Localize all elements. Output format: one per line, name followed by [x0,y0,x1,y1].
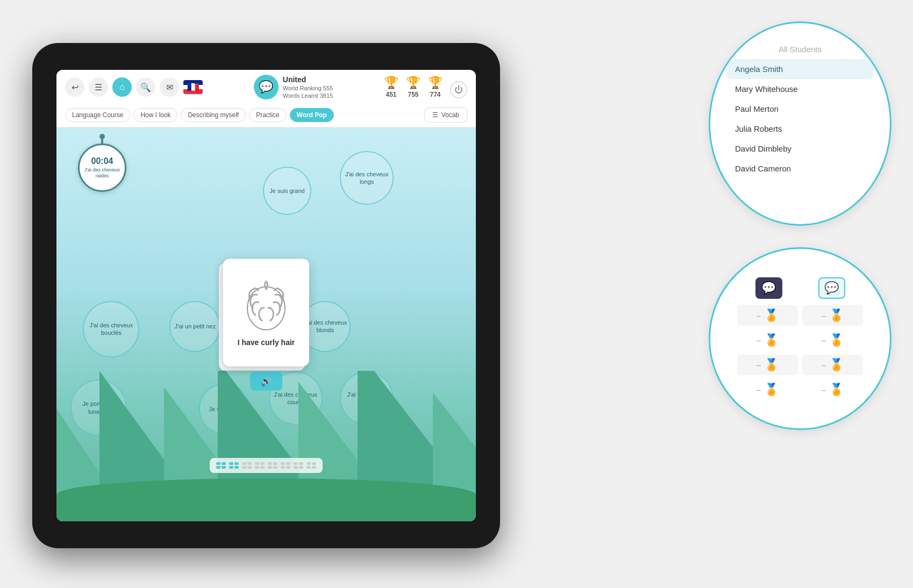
award-row-5: – 🏅 [737,355,798,375]
award-row-6: – 🏅 [802,355,863,375]
dash-7: – [757,385,761,394]
tablet: ↩ ☰ ⌂ 🔍 ✉ 🇫🇷 💬 United World Ranking 555 … [32,43,500,548]
user-section: 💬 United World Ranking 555 Words Learnt … [254,75,333,100]
progress-dot-1 [216,462,226,469]
badge-orange: 🏆 774 [428,76,443,98]
progress-dot-5 [268,462,277,469]
dash-6: – [822,361,826,369]
award-row-1: – 🏅 [737,305,798,326]
mail-button[interactable]: ✉ [160,77,179,97]
timer-phrase: J'ai des cheveux raides [80,167,125,180]
chat-teal-icon: 💬 [818,277,845,299]
badge-gold-count: 451 [386,91,396,98]
avatar: 💬 [254,75,279,99]
chat-icons: 💬 💬 [726,277,874,299]
timer: 00:04 J'ai des cheveux raides [78,144,126,192]
nav-tabs: Language Course How I look Describing my… [56,104,476,127]
dash-1: – [757,311,761,320]
dash-8: – [822,385,826,394]
award-gold-2: 🏅 [764,358,779,372]
tab-language-course[interactable]: Language Course [65,108,130,122]
tab-how-i-look[interactable]: How I look [133,108,177,122]
tab-describing-myself[interactable]: Describing myself [181,108,246,122]
back-button[interactable]: ↩ [65,77,84,97]
menu-button[interactable]: ☰ [89,77,108,97]
mountain-7 [433,392,476,489]
dash-2: – [822,311,826,320]
awards-panel: 💬 💬 – 🏅 – 🏅 – 🏅 – 🏅 – 🏅 [709,247,891,430]
dash-5: – [757,361,761,369]
toolbar-icons: ↩ ☰ ⌂ 🔍 ✉ 🇫🇷 [65,77,203,97]
award-gold-3: 🏅 [764,383,779,397]
bubble-4[interactable]: J'ai un petit nez [169,301,220,352]
badge-gold: 🏆 451 [384,76,398,98]
award-silver-1: 🏅 [764,333,779,347]
award-orange-1: 🏅 [829,309,844,322]
flashcard[interactable]: I have curly hair [223,259,309,366]
timer-time: 00:04 [91,156,113,167]
award-gold-4: 🏅 [829,383,844,397]
award-row-2: – 🏅 [802,305,863,326]
awards-grid: – 🏅 – 🏅 – 🏅 – 🏅 – 🏅 – 🏅 [726,305,874,400]
right-panels: All Students Angela Smith Mary Whitehous… [709,21,891,430]
badge-orange-count: 774 [430,91,440,98]
power-button[interactable]: ⏻ [450,81,467,98]
dash-3: – [757,336,761,345]
vocab-label: Vocab [441,111,459,119]
student-item-david-d[interactable]: David Dimbleby [726,139,874,159]
student-item-paul[interactable]: Paul Merton [726,99,874,119]
student-panel: All Students Angela Smith Mary Whitehous… [709,21,891,226]
award-orange-2: 🏅 [829,358,844,372]
progress-dot-3 [242,462,252,469]
award-row-7: – 🏅 [737,379,798,400]
words-learnt: Words Learnt 3815 [283,92,333,99]
progress-dot-7 [294,462,303,469]
home-button[interactable]: ⌂ [112,77,132,97]
progress-dot-8 [306,462,316,469]
silver-trophy-icon: 🏆 [406,76,420,90]
user-info: United World Ranking 555 Words Learnt 38… [283,75,333,100]
audio-button[interactable]: 🔊 [250,371,282,390]
student-item-david-c[interactable]: David Cameron [726,159,874,178]
tab-practice[interactable]: Practice [249,108,286,122]
student-item-angela[interactable]: Angela Smith [726,59,874,79]
panel-title: All Students [726,45,874,54]
tab-word-pop[interactable]: Word Pop [290,108,334,122]
ground [56,478,476,521]
bubble-2[interactable]: J'ai des cheveux longs [340,151,394,205]
bubble-1[interactable]: Je suis grand [263,167,311,215]
orange-trophy-icon: 🏆 [428,76,443,90]
award-gold-1: 🏅 [764,309,779,322]
award-silver-2: 🏅 [829,333,844,347]
search-button[interactable]: 🔍 [136,77,155,97]
award-row-4: – 🏅 [802,330,863,350]
award-row-3: – 🏅 [737,330,798,350]
badge-silver-count: 755 [408,91,418,98]
hair-image [239,278,293,338]
badge-silver: 🏆 755 [406,76,420,98]
student-item-julia[interactable]: Julia Roberts [726,119,874,139]
progress-dot-4 [255,462,265,469]
award-row-8: – 🏅 [802,379,863,400]
bubble-3[interactable]: J'ai des cheveux bouclés [83,301,139,357]
top-bar: ↩ ☰ ⌂ 🔍 ✉ 🇫🇷 💬 United World Ranking 555 … [56,70,476,104]
student-item-mary[interactable]: Mary Whitehouse [726,79,874,99]
timer-stem [101,137,103,145]
student-list: Angela Smith Mary Whitehouse Paul Merton… [726,59,874,178]
progress-dots [210,458,323,473]
dash-4: – [822,336,826,345]
user-name: United [283,75,333,84]
vocab-button[interactable]: ☰ Vocab [424,107,467,123]
flashcard-phrase: I have curly hair [238,338,295,346]
language-flag[interactable]: 🇫🇷 [183,80,203,94]
badges: 🏆 451 🏆 755 🏆 774 ⏻ [384,76,467,98]
gold-trophy-icon: 🏆 [384,76,398,90]
progress-dot-2 [229,462,239,469]
vocab-icon: ☰ [432,111,438,119]
game-area: 00:04 J'ai des cheveux raides Je suis gr… [56,127,476,521]
chat-dark-icon: 💬 [755,277,782,299]
tablet-screen: ↩ ☰ ⌂ 🔍 ✉ 🇫🇷 💬 United World Ranking 555 … [56,70,476,521]
timer-circle: 00:04 J'ai des cheveux raides [78,144,126,192]
progress-dot-6 [281,462,290,469]
world-ranking: World Ranking 555 [283,84,333,92]
